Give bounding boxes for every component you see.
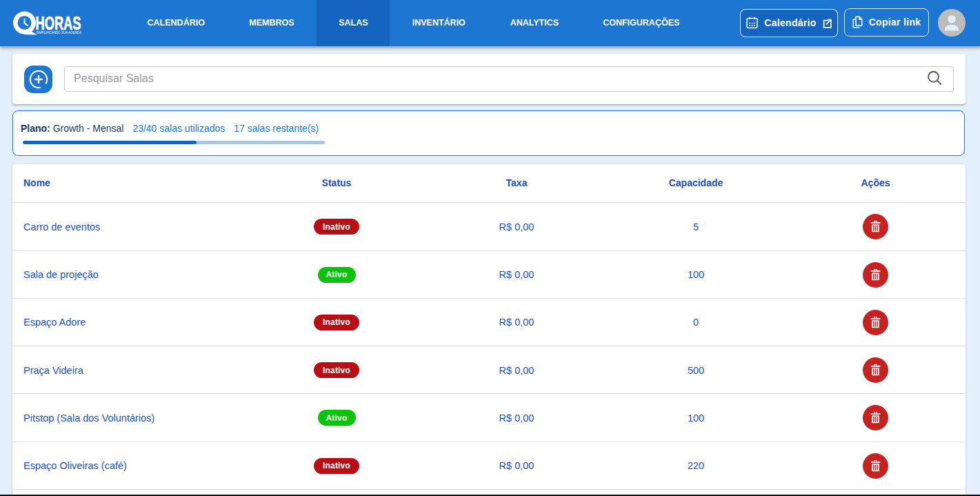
svg-text:SIMPLIFICANDO SUA AGENDA: SIMPLIFICANDO SUA AGENDA xyxy=(37,31,82,34)
